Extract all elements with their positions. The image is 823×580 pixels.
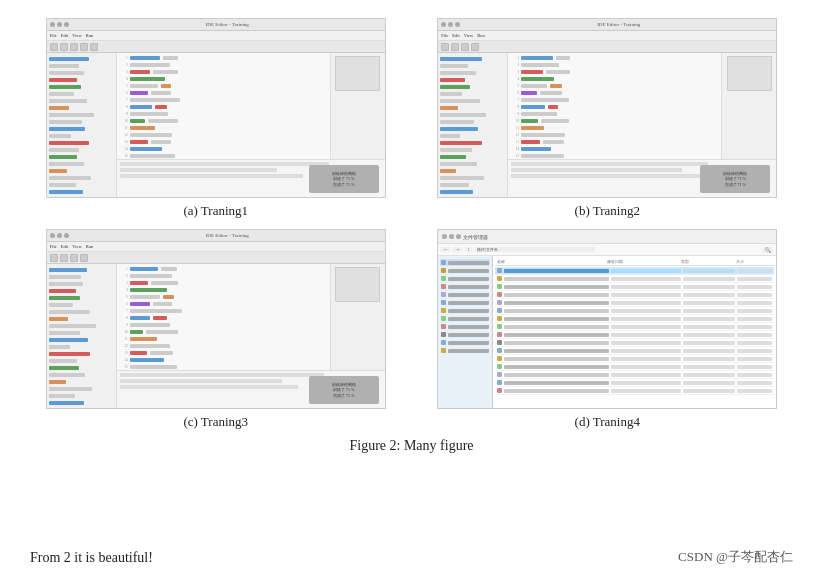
sidebar-item17 <box>49 168 114 173</box>
menu-view: View <box>72 33 81 38</box>
sidebar-item16 <box>49 161 114 166</box>
caption-a: (a) Traning1 <box>183 203 248 219</box>
toolbar-b-btn2 <box>451 43 459 51</box>
ide-sidebar-a <box>47 53 117 197</box>
toolbar-btn3 <box>70 43 78 51</box>
caption-d: (d) Traning4 <box>575 414 640 430</box>
sidebar-item9 <box>49 112 114 117</box>
titlebar-text-a: IDE Editor - Training <box>73 22 382 27</box>
toolbar-b-btn4 <box>471 43 479 51</box>
toolbar-b-btn1 <box>441 43 449 51</box>
ide-b: IDE Editor - Training File Edit View Run <box>438 19 776 197</box>
sidebar-b-item16 <box>440 161 505 166</box>
sidebar-c-item13 <box>49 351 114 356</box>
menu-c-file: File <box>50 244 57 249</box>
sidebar-b-item10 <box>440 119 505 124</box>
toolbar-c-btn4 <box>80 254 88 262</box>
sidebar-c-item10 <box>49 330 114 335</box>
figure-cell-a: IDE Editor - Training File Edit View Run <box>30 18 402 219</box>
fm-nav-item9 <box>440 323 490 330</box>
dot-b1 <box>441 22 446 27</box>
sidebar-c-item5 <box>49 295 114 300</box>
fm-nav-item2 <box>440 267 490 274</box>
sidebar-c-item11 <box>49 337 114 342</box>
sidebar-item20 <box>49 189 114 194</box>
fm-nav-item11 <box>440 339 490 346</box>
progress-bar-c: 训练神经网络训练了 71 %完成了 71 % <box>309 376 379 404</box>
menu-b-view: View <box>464 33 473 38</box>
titlebar-a: IDE Editor - Training <box>47 19 385 31</box>
bottom-panel-a: 训练神经网络训练了 71 %完成了 71 % <box>117 159 385 197</box>
menubar-c: File Edit View Run <box>47 242 385 252</box>
sidebar-c-item1 <box>49 267 114 272</box>
sidebar-b-item1 <box>440 56 505 61</box>
sidebar-item4 <box>49 77 114 82</box>
menu-b-edit: Edit <box>452 33 460 38</box>
sidebar-b-item19 <box>440 182 505 187</box>
fm-row-1 <box>495 267 774 275</box>
menu-run: Run <box>86 33 94 38</box>
sidebar-item13 <box>49 140 114 145</box>
sidebar-c-item16 <box>49 372 114 377</box>
menu-c-run: Run <box>86 244 94 249</box>
fm-col-name: 名称 <box>497 259 605 264</box>
dot-b3 <box>455 22 460 27</box>
sidebar-c-item4 <box>49 288 114 293</box>
sidebar-item6 <box>49 91 114 96</box>
sidebar-b-item20 <box>440 189 505 194</box>
progress-bar-a: 训练神经网络训练了 71 %完成了 71 % <box>309 165 379 193</box>
progress-bar-b: 训练神经网络训练了 71 %完成了 71 % <box>700 165 770 193</box>
sidebar-item10 <box>49 119 114 124</box>
screenshot-traning4: 文件管理器 ← → ↑ 路径/文件夹 🔍 <box>437 229 777 409</box>
fm-btn-up: ↑ <box>465 247 472 252</box>
fm-row-13 <box>495 363 774 371</box>
sidebar-item5 <box>49 84 114 89</box>
fm-row-9 <box>495 331 774 339</box>
ide-main-c: 1 2 3 4 5 6 7 8 9 10 11 <box>117 264 385 408</box>
caption-b: (b) Traning2 <box>575 203 640 219</box>
fm-row-2 <box>495 275 774 283</box>
fm-row-11 <box>495 347 774 355</box>
right-panel-box-c <box>335 267 380 302</box>
menu-c-edit: Edit <box>61 244 69 249</box>
toolbar-b-btn3 <box>461 43 469 51</box>
sidebar-c-item18 <box>49 386 114 391</box>
filemanager-d: 文件管理器 ← → ↑ 路径/文件夹 🔍 <box>438 230 776 408</box>
sidebar-item18 <box>49 175 114 180</box>
main-content: IDE Editor - Training File Edit View Run <box>0 0 823 482</box>
toolbar-c-btn2 <box>60 254 68 262</box>
bottom-panel-c: 训练神经网络训练了 71 %完成了 71 % <box>117 370 385 408</box>
sidebar-b-item11 <box>440 126 505 131</box>
ide-main-a: 1 2 3 4 5 6 7 8 9 10 11 <box>117 53 385 197</box>
fm-nav-item1 <box>440 259 490 266</box>
sidebar-item14 <box>49 147 114 152</box>
toolbar-btn1 <box>50 43 58 51</box>
fm-row-15 <box>495 379 774 387</box>
dot-c3 <box>64 233 69 238</box>
toolbar-btn2 <box>60 43 68 51</box>
sidebar-b-item17 <box>440 168 505 173</box>
sidebar-b-item3 <box>440 70 505 75</box>
toolbar-btn4 <box>80 43 88 51</box>
fm-toolbar-d: ← → ↑ 路径/文件夹 🔍 <box>438 244 776 256</box>
figure-caption: Figure 2: Many figure <box>30 438 793 454</box>
sidebar-c-item19 <box>49 393 114 398</box>
screenshot-traning1: IDE Editor - Training File Edit View Run <box>46 18 386 198</box>
fm-row-4 <box>495 291 774 299</box>
sidebar-b-item13 <box>440 140 505 145</box>
menu-c-view: View <box>72 244 81 249</box>
menu-edit: Edit <box>61 33 69 38</box>
sidebar-b-item14 <box>440 147 505 152</box>
menubar-a: File Edit View Run <box>47 31 385 41</box>
progress-text-a: 训练神经网络训练了 71 %完成了 71 % <box>332 171 356 187</box>
right-panel-a <box>330 53 385 159</box>
ide-c: IDE Editor - Training File Edit View Run <box>47 230 385 408</box>
menubar-b: File Edit View Run <box>438 31 776 41</box>
dot3 <box>64 22 69 27</box>
fm-row-5 <box>495 299 774 307</box>
toolbar-c <box>47 252 385 264</box>
fm-row-6 <box>495 307 774 315</box>
fm-list-header: 名称 修改日期 类型 大小 <box>495 258 774 266</box>
fm-col-date: 修改日期 <box>607 259 679 264</box>
dot1 <box>50 22 55 27</box>
